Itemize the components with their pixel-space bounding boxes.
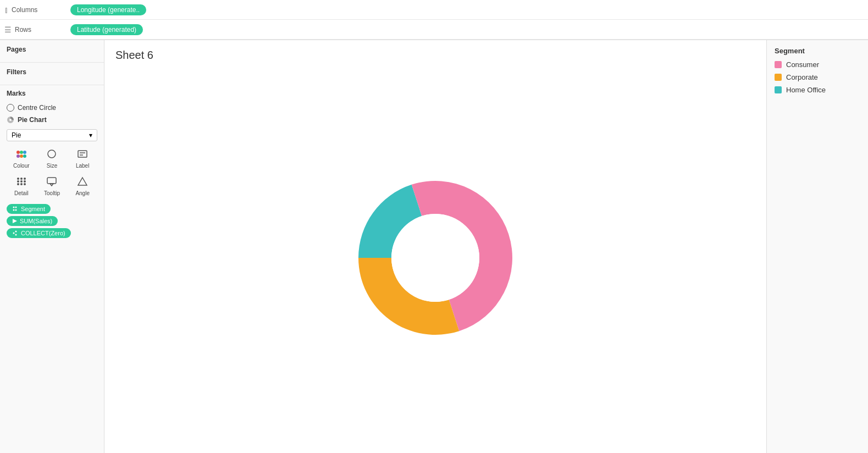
svg-point-1 <box>16 151 20 154</box>
columns-label: ⫿ Columns <box>4 5 70 14</box>
rows-icon: ☰ <box>4 25 12 34</box>
tooltip-icon <box>46 176 57 189</box>
svg-rect-8 <box>78 151 87 157</box>
svg-point-23 <box>13 207 15 208</box>
svg-point-30 <box>15 234 17 236</box>
dropdown-value: Pie <box>12 131 21 139</box>
colour-button[interactable]: Colour <box>7 146 36 172</box>
svg-rect-20 <box>47 178 56 184</box>
rows-shelf-row: ☰ Rows Latitude (generated) <box>0 20 868 40</box>
sum-sales-tag-icon <box>12 218 18 224</box>
columns-icon: ⫿ <box>4 5 8 14</box>
svg-point-3 <box>23 151 26 154</box>
centre-circle-label: Centre Circle <box>18 104 56 112</box>
filters-title: Filters <box>7 68 97 76</box>
columns-pill[interactable]: Longitude (generate.. <box>70 4 146 15</box>
pages-title: Pages <box>7 46 97 53</box>
svg-point-5 <box>20 154 23 158</box>
svg-marker-22 <box>78 178 87 185</box>
svg-point-15 <box>20 178 23 180</box>
tooltip-button[interactable]: Tooltip <box>37 173 67 200</box>
label-icon <box>77 149 88 161</box>
corporate-swatch <box>775 74 782 81</box>
size-button[interactable]: Size <box>37 146 67 172</box>
angle-label: Angle <box>75 190 90 196</box>
svg-point-14 <box>17 178 19 180</box>
corporate-label: Corporate <box>786 73 818 81</box>
donut-hole <box>391 214 479 302</box>
sum-sales-tag-label: SUM(Sales) <box>20 218 52 224</box>
svg-point-26 <box>15 209 17 211</box>
label-button[interactable]: Label <box>68 146 97 172</box>
legend-consumer: Consumer <box>775 60 860 69</box>
svg-point-18 <box>20 183 23 185</box>
marks-controls-grid: Colour Size Label <box>7 146 97 200</box>
label-label: Label <box>76 163 89 169</box>
pie-icon <box>7 116 14 124</box>
detail-button[interactable]: Detail <box>7 173 36 200</box>
svg-point-12 <box>20 180 23 183</box>
svg-marker-27 <box>13 219 17 223</box>
svg-point-11 <box>17 180 19 183</box>
rows-text: Rows <box>15 26 31 34</box>
svg-marker-21 <box>50 184 53 186</box>
svg-point-25 <box>13 209 15 211</box>
svg-point-28 <box>13 233 15 234</box>
chevron-down-icon: ▾ <box>89 131 92 139</box>
pages-section: Pages <box>0 40 104 63</box>
legend-title: Segment <box>775 47 860 55</box>
svg-point-17 <box>17 183 19 185</box>
svg-point-24 <box>15 207 17 208</box>
columns-shelf-row: ⫿ Columns Longitude (generate.. <box>0 0 868 20</box>
pie-chart-label: Pie Chart <box>18 116 47 124</box>
chart-container <box>347 170 523 346</box>
detail-icon <box>16 176 27 189</box>
filters-section: Filters <box>0 63 104 85</box>
main-layout: Pages Filters Marks Centre Circle Pie Ch… <box>0 40 868 453</box>
donut-chart <box>347 170 523 346</box>
sidebar: Pages Filters Marks Centre Circle Pie Ch… <box>0 40 104 453</box>
svg-point-19 <box>24 183 26 185</box>
svg-point-6 <box>23 154 26 158</box>
canvas-area: Sheet 6 <box>104 40 766 453</box>
marks-title: Marks <box>7 90 97 97</box>
circle-icon <box>7 104 14 112</box>
segment-tag[interactable]: Segment <box>7 204 51 214</box>
pie-chart-item[interactable]: Pie Chart <box>7 114 97 126</box>
homeoffice-label: Home Office <box>786 86 826 94</box>
svg-point-2 <box>20 151 23 154</box>
tooltip-label: Tooltip <box>44 190 60 196</box>
consumer-label: Consumer <box>786 60 819 69</box>
svg-point-16 <box>24 178 26 180</box>
detail-label: Detail <box>14 190 29 196</box>
svg-point-7 <box>48 150 56 158</box>
size-icon <box>46 149 57 161</box>
columns-text: Columns <box>12 6 37 14</box>
centre-circle-item[interactable]: Centre Circle <box>7 102 97 114</box>
angle-icon <box>77 176 88 189</box>
shelf-area: ⫿ Columns Longitude (generate.. ☰ Rows L… <box>0 0 868 40</box>
segment-tag-icon <box>12 206 19 212</box>
angle-button[interactable]: Angle <box>68 173 97 200</box>
collect-zero-tag[interactable]: COLLECT(Zero) <box>7 228 71 238</box>
rows-pill[interactable]: Latitude (generated) <box>70 24 143 35</box>
sheet-title: Sheet 6 <box>115 49 153 62</box>
svg-point-4 <box>16 154 20 158</box>
colour-label: Colour <box>13 163 29 169</box>
collect-zero-tag-label: COLLECT(Zero) <box>21 230 65 236</box>
legend-corporate: Corporate <box>775 73 860 81</box>
sum-sales-tag[interactable]: SUM(Sales) <box>7 216 58 226</box>
collect-zero-tag-icon <box>12 230 19 236</box>
legend-panel: Segment Consumer Corporate Home Office <box>766 40 868 453</box>
consumer-swatch <box>775 61 782 68</box>
marks-section: Marks Centre Circle Pie Chart Pie ▾ <box>0 85 104 453</box>
legend-homeoffice: Home Office <box>775 86 860 94</box>
rows-label: ☰ Rows <box>4 25 70 34</box>
svg-point-13 <box>24 180 26 183</box>
marks-type-dropdown[interactable]: Pie ▾ <box>7 129 97 141</box>
svg-point-0 <box>9 119 12 121</box>
homeoffice-swatch <box>775 86 782 93</box>
segment-tag-label: Segment <box>21 206 45 212</box>
size-label: Size <box>47 163 57 169</box>
colour-icon <box>16 149 27 161</box>
